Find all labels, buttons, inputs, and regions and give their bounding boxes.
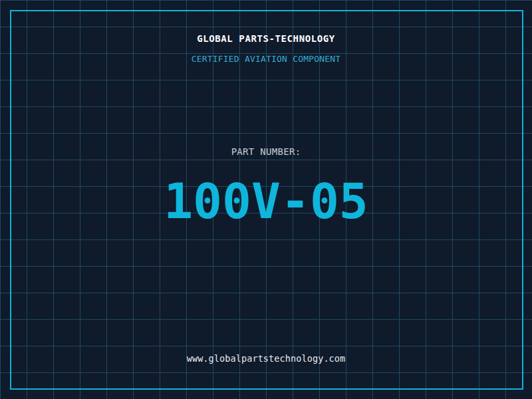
placard-background: GLOBAL PARTS-TECHNOLOGY CERTIFIED AVIATI… [0, 0, 532, 399]
website-url: www.globalpartstechnology.com [0, 354, 532, 363]
part-number-label: PART NUMBER: [0, 147, 532, 156]
part-number-value: 100V-05 [0, 175, 532, 228]
brand-subtitle: CERTIFIED AVIATION COMPONENT [0, 55, 532, 63]
brand-title: GLOBAL PARTS-TECHNOLOGY [0, 34, 532, 43]
